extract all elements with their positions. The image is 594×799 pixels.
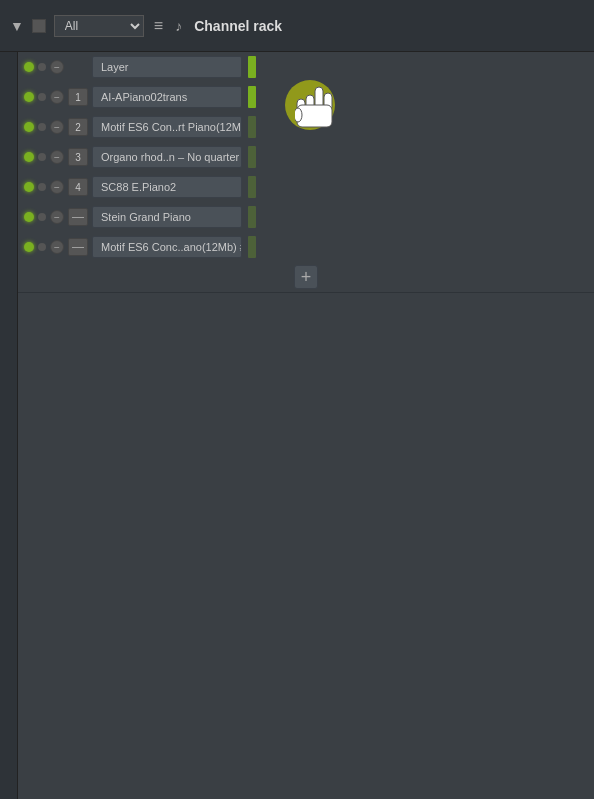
left-sidebar bbox=[0, 52, 18, 799]
channel-led[interactable] bbox=[24, 122, 34, 132]
channel-pattern-area bbox=[260, 146, 588, 168]
title-bar: ▼ All ≡ ♪ Channel rack bbox=[0, 0, 594, 52]
channel-minus[interactable]: − bbox=[50, 150, 64, 164]
channel-row: − 3 Organo rhod..n – No quarter bbox=[18, 142, 594, 172]
channel-name-button[interactable]: Motif ES6 Con..rt Piano(12Mb) bbox=[92, 116, 242, 138]
panel-title: Channel rack bbox=[194, 18, 282, 34]
filter-dropdown[interactable]: All bbox=[54, 15, 144, 37]
channel-pattern-area bbox=[260, 56, 588, 78]
channel-pattern-area bbox=[260, 206, 588, 228]
channel-row: − 2 Motif ES6 Con..rt Piano(12Mb) bbox=[18, 112, 594, 142]
channel-mute[interactable] bbox=[38, 243, 46, 251]
channel-mute[interactable] bbox=[38, 63, 46, 71]
channel-row: − 4 SC88 E.Piano2 bbox=[18, 172, 594, 202]
channel-mute[interactable] bbox=[38, 183, 46, 191]
channel-strip[interactable] bbox=[248, 86, 256, 108]
channel-row: − Layer bbox=[18, 52, 594, 82]
channel-led[interactable] bbox=[24, 242, 34, 252]
channel-row: − — Motif ES6 Conc..ano(12Mb) #2 bbox=[18, 232, 594, 262]
menu-icon[interactable]: ≡ bbox=[154, 17, 163, 35]
add-channel-button[interactable]: + bbox=[294, 265, 318, 289]
channel-name-button[interactable]: Organo rhod..n – No quarter bbox=[92, 146, 242, 168]
channel-strip[interactable] bbox=[248, 116, 256, 138]
speaker-icon[interactable]: ♪ bbox=[175, 18, 182, 34]
channel-row: − — Stein Grand Piano bbox=[18, 202, 594, 232]
channel-minus[interactable]: − bbox=[50, 180, 64, 194]
channel-minus[interactable]: − bbox=[50, 210, 64, 224]
channel-led[interactable] bbox=[24, 152, 34, 162]
channel-strip[interactable] bbox=[248, 206, 256, 228]
channel-mute[interactable] bbox=[38, 153, 46, 161]
channel-name-button[interactable]: Motif ES6 Conc..ano(12Mb) #2 bbox=[92, 236, 242, 258]
channel-strip[interactable] bbox=[248, 56, 256, 78]
channel-number[interactable]: — bbox=[68, 238, 88, 256]
channel-led[interactable] bbox=[24, 212, 34, 222]
channel-name-button[interactable]: AI-APiano02trans bbox=[92, 86, 242, 108]
channel-name-button[interactable]: Stein Grand Piano bbox=[92, 206, 242, 228]
bottom-empty-area bbox=[0, 292, 594, 799]
channel-led[interactable] bbox=[24, 182, 34, 192]
channel-panel: − Layer − 1 AI-APiano02trans − 2 Motif E… bbox=[18, 52, 594, 292]
channel-mute[interactable] bbox=[38, 213, 46, 221]
main-container: ▼ All ≡ ♪ Channel rack − Layer − 1 AI-AP… bbox=[0, 0, 594, 799]
channel-number[interactable]: 2 bbox=[68, 118, 88, 136]
channel-number[interactable]: 1 bbox=[68, 88, 88, 106]
channel-pattern-area bbox=[260, 236, 588, 258]
channel-number[interactable]: 3 bbox=[68, 148, 88, 166]
channel-pattern-area bbox=[260, 86, 588, 108]
channel-name-button[interactable]: SC88 E.Piano2 bbox=[92, 176, 242, 198]
channel-led[interactable] bbox=[24, 92, 34, 102]
channel-strip[interactable] bbox=[248, 236, 256, 258]
channel-mute[interactable] bbox=[38, 123, 46, 131]
channel-strip[interactable] bbox=[248, 146, 256, 168]
collapse-arrow[interactable]: ▼ bbox=[10, 18, 24, 34]
channel-number[interactable]: — bbox=[68, 208, 88, 226]
channel-name-button[interactable]: Layer bbox=[92, 56, 242, 78]
channel-minus[interactable]: − bbox=[50, 240, 64, 254]
channel-minus[interactable]: − bbox=[50, 120, 64, 134]
channel-minus[interactable]: − bbox=[50, 60, 64, 74]
channel-led[interactable] bbox=[24, 62, 34, 72]
add-channel-row[interactable]: + bbox=[18, 262, 594, 292]
channel-mute[interactable] bbox=[38, 93, 46, 101]
channel-number[interactable]: 4 bbox=[68, 178, 88, 196]
channel-pattern-area bbox=[260, 116, 588, 138]
enable-checkbox[interactable] bbox=[32, 19, 46, 33]
channel-strip[interactable] bbox=[248, 176, 256, 198]
channel-pattern-area bbox=[260, 176, 588, 198]
channel-minus[interactable]: − bbox=[50, 90, 64, 104]
channel-row: − 1 AI-APiano02trans bbox=[18, 82, 594, 112]
